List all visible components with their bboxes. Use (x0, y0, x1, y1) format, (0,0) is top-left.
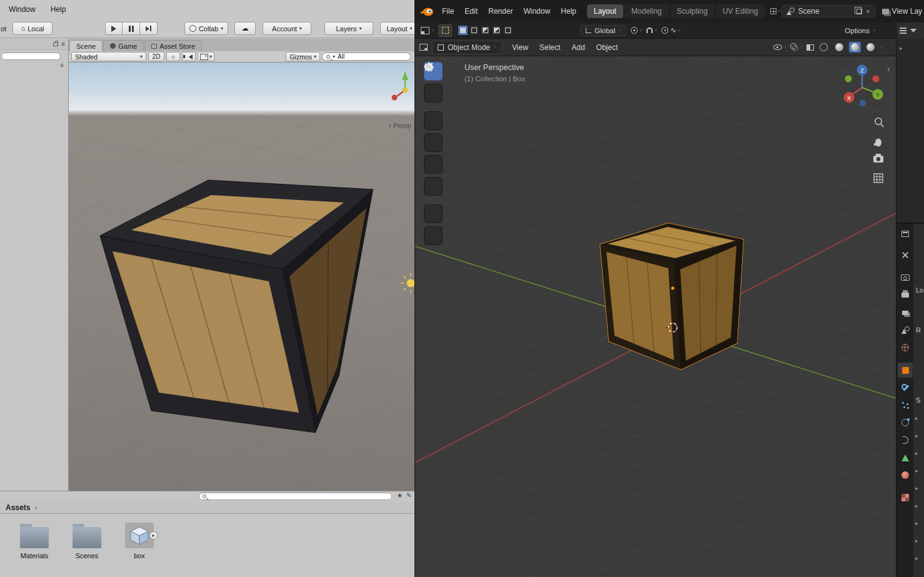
menu-view[interactable]: View (507, 41, 533, 54)
effects-dropdown[interactable]: ▾ (198, 52, 214, 61)
region-collapse-chevron[interactable]: ‹ (887, 64, 890, 74)
close-icon[interactable]: × (866, 8, 870, 15)
select-mode-set[interactable] (458, 25, 468, 36)
tool-scale[interactable] (424, 155, 443, 174)
properties-tab-scene[interactable] (898, 323, 913, 338)
collapsed-panel-arrow[interactable]: ▸ (915, 450, 918, 456)
tool-measure[interactable] (424, 226, 443, 245)
properties-tab-tool[interactable] (898, 248, 913, 263)
viewport-editor-icon[interactable] (419, 44, 428, 51)
collapse-chevron-icon[interactable]: ‹ (389, 121, 391, 130)
select-mode-difference[interactable] (491, 25, 502, 36)
shading-material-button[interactable] (849, 42, 861, 53)
tool-move[interactable] (424, 111, 443, 130)
chevron-down-icon[interactable]: ▾ (880, 45, 883, 50)
sidebar-options[interactable]: ≡ (0, 60, 68, 69)
editor-type-button[interactable]: ▾ (421, 27, 434, 34)
tab-game[interactable]: Game (103, 40, 144, 51)
properties-tab-object[interactable] (898, 363, 913, 378)
properties-tab-world[interactable] (898, 340, 913, 355)
overlays-dropdown[interactable]: ▾ (790, 43, 803, 51)
favorites-icon[interactable]: ★ (397, 492, 403, 499)
menu-window[interactable]: Window (518, 5, 555, 18)
collapsed-panel-arrow[interactable]: ▸ (915, 433, 918, 439)
axis-ball-neg-y[interactable] (845, 76, 852, 83)
properties-tab-modifiers[interactable] (898, 380, 913, 395)
properties-tab-particles[interactable] (898, 398, 913, 413)
properties-tab-object-data[interactable] (898, 450, 913, 465)
axis-ball-neg-x[interactable] (873, 76, 880, 83)
properties-tab-render[interactable] (898, 270, 913, 285)
menu-render[interactable]: Render (483, 5, 518, 18)
tool-annotate[interactable] (424, 204, 443, 223)
workspace-tab-uv-editing[interactable]: UV Editing (716, 4, 765, 18)
project-search-input[interactable] (199, 493, 392, 500)
properties-tab-output[interactable] (898, 288, 913, 303)
workspace-extra-button[interactable]: ▾ (770, 8, 781, 14)
visibility-dropdown[interactable]: ▾ (773, 44, 786, 50)
gizmos-dropdown[interactable]: Gizmos ▾ (286, 52, 320, 61)
menu-add[interactable]: Add (566, 41, 590, 54)
collapsed-panel-arrow[interactable]: ▸ (915, 555, 918, 561)
cloud-services-button[interactable]: ☁ (234, 22, 256, 35)
lock-icon[interactable] (53, 43, 58, 46)
collapsed-panel-arrow[interactable]: ▸ (915, 503, 918, 509)
properties-tab-physics[interactable] (898, 415, 913, 430)
snap-dropdown[interactable]: ▾ (646, 28, 657, 33)
projection-label[interactable]: Persp (393, 122, 411, 129)
shading-rendered-button[interactable] (865, 42, 876, 53)
breadcrumb[interactable]: Assets › (0, 501, 414, 514)
lighting-toggle[interactable]: ☼ (166, 52, 180, 61)
select-mode-subtract[interactable] (480, 25, 491, 36)
menu-help[interactable]: Help (51, 5, 66, 14)
collapsed-panel-arrow[interactable]: ▸ (915, 415, 918, 421)
edit-icon[interactable]: ✎ (406, 492, 411, 499)
xray-toggle[interactable] (806, 44, 814, 51)
collapsed-panel-arrow[interactable]: ▸ (915, 468, 918, 474)
collapsed-panel-arrow[interactable]: ▸ (915, 538, 918, 544)
clipped-button-fragment[interactable]: ot (1, 25, 6, 33)
workspace-tab-layout[interactable]: Layout (587, 4, 623, 18)
axis-ball-neg-z[interactable] (860, 100, 866, 107)
pivot-point-dropdown[interactable]: ▾ (631, 27, 642, 34)
asset-item-materials[interactable]: Materials (16, 523, 53, 577)
select-mode-intersect[interactable] (503, 25, 513, 36)
unity-scene-viewport[interactable]: ‹ Persp (69, 63, 414, 491)
menu-window[interactable]: Window (9, 5, 36, 14)
collab-button[interactable]: Collab ▾ (184, 22, 228, 35)
scene-search-input[interactable]: ▾ All (322, 53, 411, 61)
outliner-row-arrow[interactable]: ▸ (900, 45, 903, 51)
tool-transform[interactable] (424, 177, 443, 196)
tool-cursor[interactable] (424, 84, 443, 103)
outliner-icon[interactable] (900, 28, 906, 29)
layout-button[interactable]: Layout ▾ (380, 22, 414, 35)
pause-button[interactable] (123, 22, 140, 35)
audio-toggle[interactable] (182, 52, 196, 61)
play-button[interactable] (105, 22, 123, 35)
unity-viewport-canvas[interactable]: ‹ Persp (69, 63, 414, 491)
menu-select[interactable]: Select (535, 41, 565, 54)
menu-edit[interactable]: Edit (459, 5, 483, 18)
prefab-expand-arrow[interactable]: ▸ (149, 531, 158, 539)
view-layer-selector[interactable]: View Lay (882, 7, 922, 16)
collapsed-panel-arrow[interactable]: ▸ (915, 485, 918, 491)
local-button[interactable]: ⌂ Local (13, 22, 53, 35)
blender-viewport-canvas[interactable]: Z X Y (415, 56, 896, 577)
select-mode-extend[interactable] (469, 25, 480, 36)
collapsed-panel-arrow[interactable]: ▸ (915, 520, 918, 526)
active-tool-button[interactable] (438, 24, 452, 37)
tool-rotate[interactable] (424, 133, 443, 152)
scene-selector[interactable]: Scene × (781, 5, 875, 18)
step-button[interactable] (140, 22, 158, 35)
workspace-tab-modeling[interactable]: Modeling (625, 4, 669, 18)
layers-button[interactable]: Layers ▾ (324, 22, 373, 35)
tab-asset-store[interactable]: Asset Store (144, 40, 202, 51)
blender-3d-viewport[interactable]: Z X Y (415, 56, 896, 577)
account-button[interactable]: Account ▾ (263, 22, 311, 35)
burger-menu-icon[interactable]: ≡ (61, 41, 65, 48)
transform-orientation-dropdown[interactable]: Global ▾ (580, 25, 626, 36)
properties-tab-view-layer[interactable] (898, 305, 913, 320)
menu-object[interactable]: Object (591, 41, 623, 54)
menu-help[interactable]: Help (556, 5, 581, 18)
shading-solid-button[interactable] (833, 42, 845, 53)
